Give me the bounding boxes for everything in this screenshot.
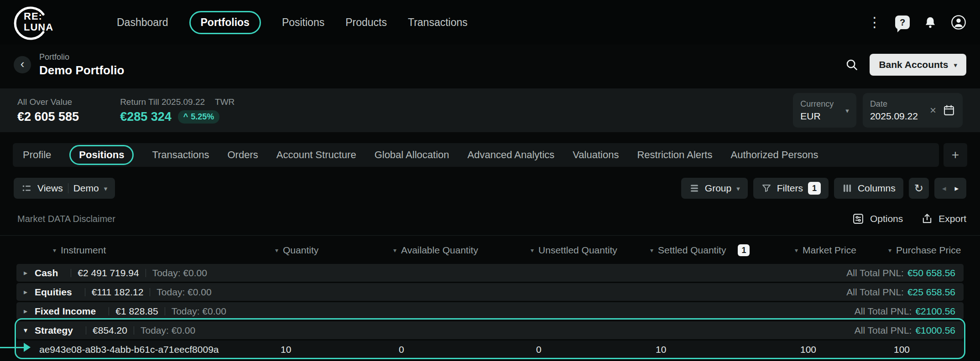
column-caret-icon[interactable]: ▾ [393,247,396,254]
views-value: Demo [73,183,99,194]
date-picker[interactable]: Date 2025.09.22 × [863,93,963,128]
divider [165,307,165,315]
add-tab-button[interactable]: + [944,143,967,167]
cell-quantity: 10 [275,344,393,355]
layers-icon [689,183,700,194]
group-row-equities[interactable]: ▸ Equities €111 182.12 Today: €0.00 All … [16,283,964,301]
refresh-button[interactable]: ↻ [909,178,929,199]
column-caret-icon[interactable]: ▾ [275,247,278,254]
column-caret-icon[interactable]: ▾ [53,247,56,254]
columns-label: Columns [858,183,896,194]
group-dropdown[interactable]: Group ▾ [681,178,748,199]
positions-table: ▾ Instrument ▾ Quantity ▾ Available Quan… [0,235,980,358]
nav-item-products[interactable]: Products [345,12,387,33]
tab-global-allocation[interactable]: Global Allocation [375,149,449,161]
nav-item-transactions[interactable]: Transactions [408,12,468,33]
nav-item-dashboard[interactable]: Dashboard [117,12,168,33]
column-header-market-price[interactable]: ▾ Market Price [795,245,888,256]
export-button[interactable]: Export [921,213,966,225]
help-icon[interactable]: ? [895,15,910,29]
position-row[interactable]: ae943e08-a8b3-4abb-b61c-a71eecf8009a 10 … [16,340,964,358]
options-button[interactable]: Options [852,212,903,225]
nav-item-positions[interactable]: Positions [282,12,324,33]
expand-open-icon[interactable]: ▾ [24,326,35,335]
filters-button[interactable]: Filters 1 [753,178,829,199]
search-icon[interactable] [845,58,859,72]
table-body: ▸ Cash €2 491 719.94 Today: €0.00 All To… [16,264,964,358]
column-caret-icon[interactable]: ▾ [888,247,891,254]
cell-purchase-price: 100 [888,344,964,355]
group-row-fixed-income[interactable]: ▸ Fixed Income €1 828.85 Today: €0.00 Al… [16,302,964,320]
brand-text: RE: LUNA [24,11,53,33]
currency-value: EUR [800,111,834,122]
all-over-value-label: All Over Value [17,97,79,107]
divider [150,288,150,296]
avatar-icon[interactable] [951,15,966,30]
column-header-settled-quantity[interactable]: ▾ Settled Quantity 1 [650,244,795,256]
nav-item-portfolios[interactable]: Portfolios [189,11,261,34]
next-page-icon[interactable]: ▸ [954,184,959,193]
expand-collapsed-icon[interactable]: ▸ [24,307,35,315]
group-value: €1 828.85 [115,306,158,317]
tab-orders[interactable]: Orders [228,149,258,161]
group-name: Equities [35,287,72,298]
expand-collapsed-icon[interactable]: ▸ [24,288,35,296]
column-header-purchase-price[interactable]: ▾ Purchase Price [888,245,964,256]
column-caret-icon[interactable]: ▾ [795,247,798,254]
bank-accounts-dropdown[interactable]: Bank Accounts ▾ [870,54,966,76]
group-row-cash[interactable]: ▸ Cash €2 491 719.94 Today: €0.00 All To… [16,264,964,282]
kebab-menu-icon[interactable]: ⋮ [868,15,881,29]
expand-collapsed-icon[interactable]: ▸ [24,268,35,277]
tab-profile[interactable]: Profile [23,149,51,161]
chevron-down-icon: ▾ [845,107,849,114]
column-header-available-quantity[interactable]: ▾ Available Quantity [393,245,531,256]
column-header-quantity[interactable]: ▾ Quantity [275,245,393,256]
options-label: Options [870,213,903,224]
tab-transactions[interactable]: Transactions [152,149,209,161]
back-button[interactable]: ‹ [14,56,31,73]
pnl-value: €1000.56 [915,325,955,336]
divider [109,307,109,315]
column-caret-icon[interactable]: ▾ [650,247,653,254]
page-title: Demo Portfolio [39,63,124,77]
group-value: €111 182.12 [92,287,144,298]
cell-unsettled-quantity: 0 [531,344,650,355]
prev-page-icon[interactable]: ◂ [942,184,946,193]
currency-select[interactable]: Currency EUR ▾ [793,93,856,128]
group-row-strategy[interactable]: ▾ Strategy €854.20 Today: €0.00 All Tota… [16,321,964,339]
clear-date-icon[interactable]: × [930,105,936,116]
notifications-bell-icon[interactable] [923,15,937,29]
group-value: €854.20 [93,325,127,336]
nav-actions: ⋮ ? [868,15,966,30]
cell-instrument: ae943e08-a8b3-4abb-b61c-a71eecf8009a [16,344,275,355]
cell-settled-quantity: 10 [650,344,795,355]
app: RE: LUNA Dashboard Portfolios Positions … [0,0,980,361]
portfolio-eyebrow: Portfolio [39,52,124,62]
tab-authorized-persons[interactable]: Authorized Persons [730,149,818,161]
pnl-label: All Total PNL: [855,306,912,317]
cell-market-price: 100 [795,344,888,355]
group-name: Strategy [35,325,73,336]
brand-logo[interactable]: RE: LUNA [14,5,68,40]
group-name: Cash [35,268,58,278]
up-caret-icon: ^ [183,112,188,122]
tab-positions[interactable]: Positions [69,145,134,165]
divider [85,288,85,296]
filters-count-badge: 1 [808,182,821,195]
group-today: Today: €0.00 [152,268,207,278]
pager-buttons[interactable]: ◂ ▸ [934,178,966,199]
column-caret-icon[interactable]: ▾ [531,247,534,254]
tab-restriction-alerts[interactable]: Restriction Alerts [637,149,712,161]
tab-account-structure[interactable]: Account Structure [276,149,356,161]
tab-valuations[interactable]: Valuations [573,149,619,161]
column-header-unsettled-quantity[interactable]: ▾ Unsettled Quantity [531,245,650,256]
chevron-down-icon: ▾ [104,185,108,192]
group-name: Fixed Income [35,306,96,317]
columns-button[interactable]: Columns [834,178,903,199]
divider [71,269,71,277]
views-dropdown[interactable]: Views Demo ▾ [14,178,115,199]
group-today: Today: €0.00 [141,325,195,336]
column-header-instrument[interactable]: ▾ Instrument [16,245,275,256]
calendar-icon[interactable] [943,104,955,117]
tab-advanced-analytics[interactable]: Advanced Analytics [468,149,555,161]
